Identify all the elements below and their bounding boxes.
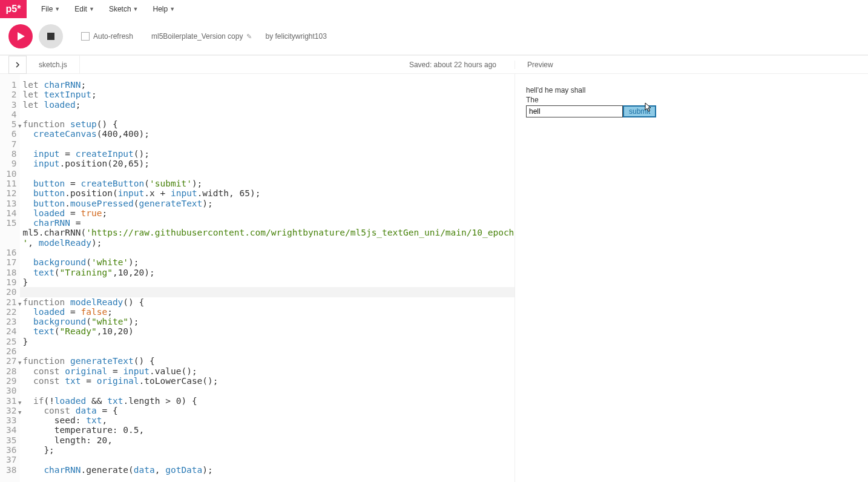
chevron-right-icon <box>15 62 21 68</box>
caret-down-icon: ▼ <box>133 6 139 12</box>
stop-button[interactable] <box>39 24 63 48</box>
auto-refresh-wrap: Auto-refresh <box>81 32 133 41</box>
preview-pane: hell'd he may shall The submit <box>515 74 868 482</box>
caret-down-icon: ▼ <box>169 6 175 12</box>
preview-text-input[interactable] <box>526 105 623 117</box>
play-button[interactable] <box>8 24 33 48</box>
svg-marker-0 <box>18 32 25 41</box>
menu-edit[interactable]: Edit▼ <box>67 1 102 17</box>
by-label: by <box>265 32 273 41</box>
caret-down-icon: ▼ <box>54 6 60 12</box>
filename-tab[interactable]: sketch.js <box>27 56 80 73</box>
preview-controls: submit <box>526 105 857 117</box>
toolbar: Auto-refresh ml5Boilerplate_Version copy… <box>0 18 868 56</box>
preview-output-line-1: hell'd he may shall <box>526 86 857 94</box>
saved-status: Saved: about 22 hours ago <box>409 61 515 69</box>
main-area: 12345▼6789101112131415161718192021▼22232… <box>0 74 868 482</box>
auto-refresh-label: Auto-refresh <box>93 32 133 41</box>
preview-label: Preview <box>515 61 868 69</box>
menu-edit-label: Edit <box>74 5 87 13</box>
preview-submit-button[interactable]: submit <box>623 105 656 117</box>
menu-help[interactable]: Help▼ <box>145 1 182 17</box>
menu-sketch[interactable]: Sketch▼ <box>102 1 146 17</box>
auto-refresh-checkbox[interactable] <box>81 32 90 41</box>
menu-file[interactable]: File▼ <box>34 1 67 17</box>
sketch-name[interactable]: ml5Boilerplate_Version copy <box>151 32 243 41</box>
author-link[interactable]: felicitywright103 <box>275 32 326 41</box>
preview-output-line-2: The <box>526 96 857 104</box>
top-menu-bar: p5* File▼ Edit▼ Sketch▼ Help▼ <box>0 0 868 18</box>
menu-bar: File▼ Edit▼ Sketch▼ Help▼ <box>34 1 182 17</box>
subheader: sketch.js Saved: about 22 hours ago Prev… <box>0 56 868 74</box>
menu-file-label: File <box>41 5 53 13</box>
stop-icon <box>47 33 54 40</box>
edit-name-icon[interactable]: ✎ <box>246 33 252 41</box>
line-gutter: 12345▼6789101112131415161718192021▼22232… <box>0 74 20 482</box>
menu-sketch-label: Sketch <box>109 5 131 13</box>
sidebar-toggle[interactable] <box>8 56 27 74</box>
p5-logo[interactable]: p5* <box>0 0 27 18</box>
menu-help-label: Help <box>153 5 168 13</box>
play-icon <box>16 31 25 41</box>
caret-down-icon: ▼ <box>89 6 94 12</box>
author-wrap: by felicitywright103 <box>265 32 326 41</box>
code-content[interactable]: let charRNN;let textInput;let loaded;fun… <box>20 74 515 482</box>
code-editor[interactable]: 12345▼6789101112131415161718192021▼22232… <box>0 74 515 482</box>
sketch-name-wrap: ml5Boilerplate_Version copy ✎ <box>151 32 252 41</box>
